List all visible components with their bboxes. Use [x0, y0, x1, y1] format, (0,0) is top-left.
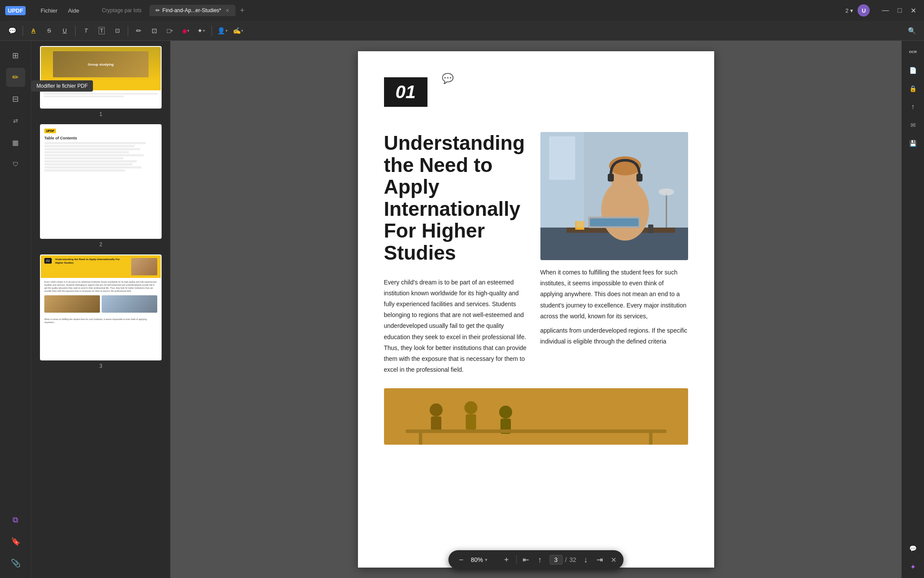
text-tool-button[interactable]: T [79, 24, 93, 38]
email-icon: ✉ [911, 122, 916, 129]
new-tab-button[interactable]: + [237, 6, 247, 15]
tab-pencil-icon: ✏ [156, 7, 160, 13]
shapes-tool-button[interactable]: ✏ [132, 24, 146, 38]
maximize-button[interactable]: □ [895, 7, 904, 15]
textfield-tool-button[interactable]: ⊡ [110, 24, 124, 38]
thumbnail-page-2[interactable]: UPDF Table of Contents 2 [36, 124, 165, 248]
bookmark-icon: 🔖 [11, 537, 20, 546]
titlebar: UPDF Fichier Aide Cryptage par lots ✏ Fi… [0, 0, 924, 21]
rect-tool-button[interactable]: □▾ [163, 24, 177, 38]
annotation-toolbar: 💬 A S U T T ⊡ ✏ ⊡ □▾ ◉▾ ✦▾ 👤▾ ✍▾ 🔍 [0, 21, 924, 41]
color-tool-button[interactable]: ◉▾ [179, 24, 192, 38]
textbox-icon: T [99, 27, 105, 34]
pdf-viewer[interactable]: 01 💬 Understanding the Need to Apply Int… [170, 41, 901, 578]
student-photo: When it comes to fulfilling the student … [540, 132, 688, 347]
thumb-logo: UPDF [44, 129, 56, 133]
toc-title: Table of Contents [44, 136, 157, 140]
page-nav[interactable]: 2 ▾ [845, 7, 853, 14]
tab-studies[interactable]: ✏ Find-and-Ap...er-Studies* ✕ [149, 5, 235, 16]
sidebar-item-edit[interactable]: ✏ [6, 68, 25, 87]
star-select-button[interactable]: ✦▾ [194, 24, 208, 38]
thumbnail-page-3[interactable]: 01 Understanding the Need to Apply Inter… [36, 254, 165, 369]
svg-rect-25 [419, 433, 422, 445]
last-page-button[interactable]: ⇥ [593, 554, 606, 566]
tabs-container: Cryptage par lots ✏ Find-and-Ap...er-Stu… [96, 5, 842, 16]
zoom-bar-close-button[interactable]: ✕ [611, 556, 616, 564]
zoom-out-button[interactable]: − [455, 554, 467, 566]
close-button[interactable]: ✕ [908, 7, 919, 15]
edit-icon: ✏ [12, 73, 19, 82]
textbox-tool-button[interactable]: T [95, 24, 109, 38]
save-button[interactable]: 💾 [905, 135, 921, 151]
svg-rect-7 [636, 174, 642, 182]
paragraph-right: When it comes to fulfilling the student … [540, 267, 688, 322]
svg-point-20 [464, 401, 477, 414]
underline-tool-button[interactable]: U [58, 24, 72, 38]
extract-icon: 📄 [909, 67, 917, 74]
share-button[interactable]: ↑ [905, 99, 921, 115]
thumb-img-3: 01 Understanding the Need to Apply Inter… [40, 254, 162, 360]
page-separator: / [565, 556, 567, 563]
signature-button[interactable]: ✍▾ [231, 24, 245, 38]
eraser-icon: ⊡ [152, 27, 157, 35]
search-button[interactable]: 🔍 [905, 24, 919, 38]
ai-icon: ✦ [910, 563, 916, 571]
strikethrough-icon: S [47, 27, 51, 34]
comment-panel-icon: 💬 [909, 545, 917, 552]
ai-button[interactable]: ✦ [905, 559, 921, 575]
ocr-button[interactable]: OCR [905, 44, 921, 60]
underline-icon: U [63, 27, 66, 34]
extract-pages-button[interactable]: 📄 [905, 63, 921, 78]
user-button[interactable]: 👤▾ [215, 24, 229, 38]
sidebar-item-layers[interactable]: ⧉ [6, 510, 25, 529]
svg-rect-21 [466, 414, 476, 429]
svg-rect-16 [549, 136, 575, 180]
svg-rect-24 [406, 429, 666, 433]
chapter-number-box: 01 [384, 77, 427, 107]
email-button[interactable]: ✉ [905, 117, 921, 133]
comment-panel-button[interactable]: 💬 [905, 541, 921, 556]
page-number-1: 1 [99, 111, 103, 117]
comment-bubble-icon[interactable]: 💬 [442, 73, 454, 84]
comment-tool-button[interactable]: 💬 [5, 24, 19, 38]
sidebar-item-pages[interactable]: ⊟ [6, 89, 25, 109]
page-number-2: 2 [99, 241, 103, 248]
search-icon: 🔍 [908, 27, 916, 35]
strikethrough-tool-button[interactable]: S [42, 24, 56, 38]
first-page-button[interactable]: ⇤ [520, 554, 532, 566]
sidebar-item-convert[interactable]: ⇄ [6, 111, 25, 130]
comment-icon: 💬 [8, 27, 17, 35]
main-layout: ⊞ ✏ ⊟ ⇄ ▦ 🛡 ⧉ 🔖 📎 Modifier le fichier PD… [0, 41, 924, 578]
total-pages-label: 32 [570, 556, 576, 563]
sidebar-item-attach[interactable]: 📎 [6, 554, 25, 573]
page-navigation-group: ⇤ ↑ [520, 554, 546, 566]
tab-close-button[interactable]: ✕ [225, 8, 229, 13]
current-page-input[interactable] [550, 555, 563, 565]
user-icon: 👤 [217, 27, 225, 35]
reader-icon: ⊞ [12, 51, 19, 60]
layers-icon: ⧉ [13, 515, 18, 525]
textfield-icon: ⊡ [115, 27, 120, 34]
zoom-value-display[interactable]: 80% ▾ [471, 556, 497, 563]
eraser-tool-button[interactable]: ⊡ [147, 24, 161, 38]
svg-point-22 [499, 406, 512, 419]
user-avatar[interactable]: U [858, 4, 870, 17]
prev-page-button[interactable]: ↑ [534, 554, 546, 566]
minimize-button[interactable]: — [879, 7, 891, 15]
content-left-col: Understanding the Need to Apply Internat… [384, 132, 527, 375]
sidebar-item-protect[interactable]: 🛡 [6, 155, 25, 174]
next-page-button[interactable]: ↓ [580, 554, 592, 566]
menu-aide[interactable]: Aide [63, 6, 83, 16]
tab-cryptage[interactable]: Cryptage par lots [96, 5, 147, 16]
protect-button[interactable]: 🔒 [905, 81, 921, 96]
zoom-in-button[interactable]: + [500, 554, 513, 566]
thumb-chapter-num: 01 [44, 258, 52, 264]
student-image-svg [540, 132, 688, 260]
svg-rect-19 [431, 416, 441, 432]
highlight-tool-button[interactable]: A [26, 24, 40, 38]
menu-fichier[interactable]: Fichier [36, 6, 62, 16]
page-navigation-group-next: ↓ ⇥ [580, 554, 606, 566]
sidebar-item-reader[interactable]: ⊞ [6, 46, 25, 65]
sidebar-item-bookmark[interactable]: 🔖 [6, 532, 25, 551]
sidebar-item-organize[interactable]: ▦ [6, 133, 25, 152]
